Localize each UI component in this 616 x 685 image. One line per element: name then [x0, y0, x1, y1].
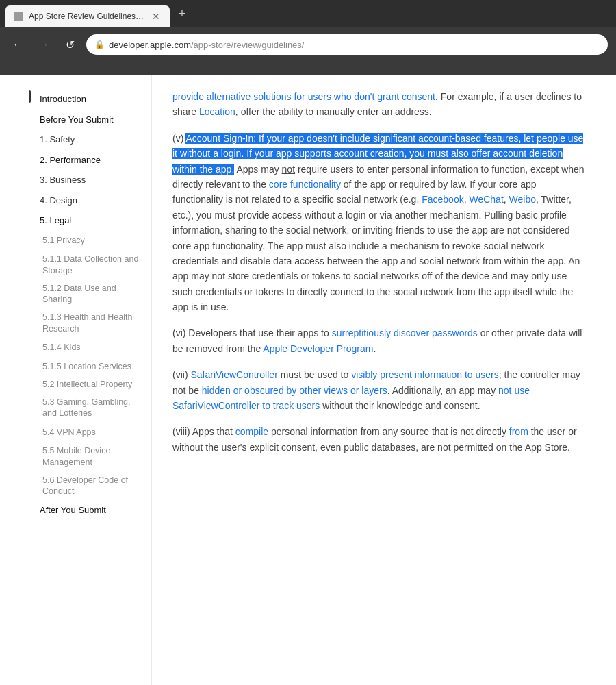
address-input[interactable]: 🔒 developer.apple.com/app-store/review/g… — [86, 34, 608, 55]
link-wechat[interactable]: WeChat — [469, 194, 503, 205]
sidebar-item-conduct[interactable]: 5.6 Developer Code of Conduct — [29, 471, 151, 501]
sidebar-item-performance[interactable]: 2. Performance — [29, 150, 151, 171]
sidebar-item-kids[interactable]: 5.1.4 Kids — [29, 338, 151, 358]
address-bar: ← → ↺ 🔒 developer.apple.com/app-store/re… — [0, 27, 616, 62]
para-vii-label: (vii) — [172, 369, 190, 380]
back-button[interactable]: ← — [8, 35, 27, 54]
tab-favicon — [14, 12, 23, 21]
content-paragraph-vi: (vi) Developers that use their apps to s… — [172, 325, 589, 356]
lock-icon: 🔒 — [94, 40, 105, 49]
para-v-highlighted-text: Account Sign-In: If your app doesn't inc… — [172, 133, 583, 175]
main-area: Introduction Before You Submit 1. Safety… — [0, 75, 616, 685]
sidebar-item-privacy[interactable]: 5.1 Privacy — [29, 231, 151, 251]
para-v-label: (v) — [172, 133, 185, 144]
sidebar-item-gaming[interactable]: 5.3 Gaming, Gambling, and Lotteries — [29, 393, 151, 423]
sidebar-item-design[interactable]: 4. Design — [29, 190, 151, 211]
sidebar: Introduction Before You Submit 1. Safety… — [29, 75, 152, 685]
sidebar-item-data-collection[interactable]: 5.1.1 Data Collection and Storage — [29, 250, 151, 279]
sidebar-indicator — [29, 90, 31, 103]
active-tab[interactable]: App Store Review Guidelines - Ap ✕ — [5, 5, 170, 27]
new-tab-button[interactable]: + — [172, 4, 192, 23]
sidebar-item-location[interactable]: 5.1.5 Location Services — [29, 358, 151, 375]
link-facebook[interactable]: Facebook — [422, 194, 463, 205]
link-weibo[interactable]: Weibo — [509, 194, 536, 205]
sidebar-item-mdm[interactable]: 5.5 Mobile Device Management — [29, 442, 151, 471]
sidebar-item-safety[interactable]: 1. Safety — [29, 129, 151, 150]
sidebar-item-after-submit[interactable]: After You Submit — [29, 500, 151, 521]
sidebar-item-legal[interactable]: 5. Legal — [29, 210, 151, 231]
content-paragraph-intro: provide alternative solutions for users … — [172, 89, 589, 120]
content-area: provide alternative solutions for users … — [152, 75, 616, 685]
link-alternative-solutions[interactable]: provide alternative solutions for users … — [172, 91, 435, 102]
sidebar-item-introduction[interactable]: Introduction — [29, 89, 151, 110]
link-surreptitiously[interactable]: surreptitiously discover passwords — [332, 327, 478, 338]
forward-button[interactable]: → — [34, 35, 53, 54]
link-safariviewcontroller-1[interactable]: SafariViewController — [190, 369, 277, 380]
sidebar-item-before-submit[interactable]: Before You Submit — [29, 110, 151, 130]
link-hidden[interactable]: hidden or obscured by other views or lay… — [202, 385, 387, 396]
browser-chrome: App Store Review Guidelines - Ap ✕ + ← →… — [0, 0, 616, 75]
tab-bar: App Store Review Guidelines - Ap ✕ + — [0, 0, 616, 27]
link-location[interactable]: Location — [199, 106, 235, 117]
text-not: not — [282, 164, 295, 175]
sidebar-item-business[interactable]: 3. Business — [29, 170, 151, 190]
left-gutter — [0, 75, 29, 685]
para-viii-label: (viii) — [172, 426, 192, 437]
sidebar-item-ip[interactable]: 5.2 Intellectual Property — [29, 375, 151, 393]
sidebar-item-data-use[interactable]: 5.1.2 Data Use and Sharing — [29, 279, 151, 309]
link-visibly-present[interactable]: visibly present information to users — [351, 369, 499, 380]
content-paragraph-viii: (viii) Apps that compile personal inform… — [172, 424, 589, 455]
sidebar-item-vpn[interactable]: 5.4 VPN Apps — [29, 423, 151, 443]
link-apple-developer-program[interactable]: Apple Developer Program — [263, 343, 373, 354]
refresh-button[interactable]: ↺ — [60, 35, 79, 54]
sidebar-item-health[interactable]: 5.1.3 Health and Health Research — [29, 308, 151, 338]
link-core-functionality-1[interactable]: core functionality — [269, 179, 341, 190]
tab-title: App Store Review Guidelines - Ap — [29, 12, 145, 21]
para-vi-label: (vi) — [172, 327, 188, 338]
content-paragraph-vii: (vii) SafariViewController must be used … — [172, 367, 589, 413]
content-paragraph-v: (v) Account Sign-In: If your app doesn't… — [172, 131, 589, 315]
link-from[interactable]: from — [509, 426, 528, 437]
url-display: developer.apple.com/app-store/review/gui… — [109, 40, 304, 50]
tab-close-button[interactable]: ✕ — [151, 11, 162, 22]
link-compile[interactable]: compile — [235, 426, 268, 437]
